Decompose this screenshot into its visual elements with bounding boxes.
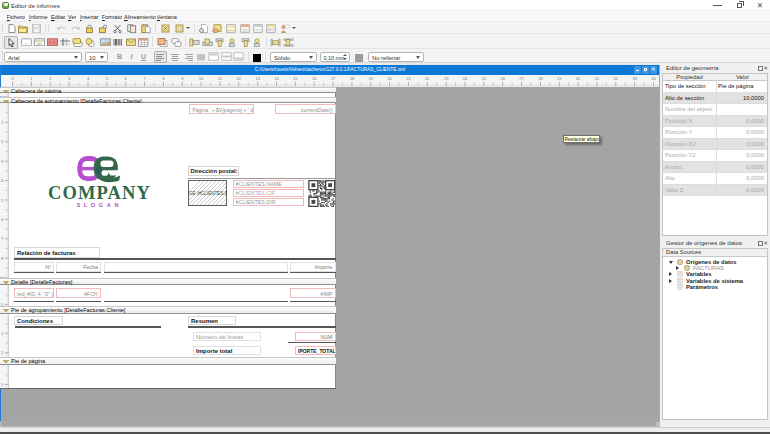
svg-text:19: 19 xyxy=(369,76,374,81)
svg-text:22: 22 xyxy=(425,76,430,81)
svg-text:21: 21 xyxy=(406,76,411,81)
svg-text:abc: abc xyxy=(37,42,43,46)
svg-text:18: 18 xyxy=(350,76,355,81)
svg-text:14: 14 xyxy=(274,76,279,81)
svg-text:15: 15 xyxy=(293,76,298,81)
svg-text:33: 33 xyxy=(632,76,637,81)
svg-text:SP2: SP2 xyxy=(267,27,275,32)
svg-text:28: 28 xyxy=(538,76,543,81)
svg-text:</>: </> xyxy=(255,27,261,32)
svg-text:29: 29 xyxy=(557,76,562,81)
svg-text:24: 24 xyxy=(463,76,468,81)
svg-text:23: 23 xyxy=(444,76,449,81)
svg-text:13: 13 xyxy=(255,76,260,81)
svg-text:...: ... xyxy=(25,39,29,44)
svg-text:10: 10 xyxy=(199,76,204,81)
svg-text:32: 32 xyxy=(614,76,619,81)
svg-text:25: 25 xyxy=(482,76,487,81)
svg-text:27: 27 xyxy=(519,76,524,81)
svg-text:31: 31 xyxy=(595,76,600,81)
svg-text:26: 26 xyxy=(500,76,505,81)
svg-text:16: 16 xyxy=(312,76,317,81)
svg-text:12: 12 xyxy=(237,76,242,81)
svg-text:(c): (c) xyxy=(243,27,248,32)
svg-text:20: 20 xyxy=(387,76,392,81)
svg-text:17: 17 xyxy=(331,76,336,81)
svg-text:30: 30 xyxy=(576,76,581,81)
svg-text:34: 34 xyxy=(651,76,656,81)
